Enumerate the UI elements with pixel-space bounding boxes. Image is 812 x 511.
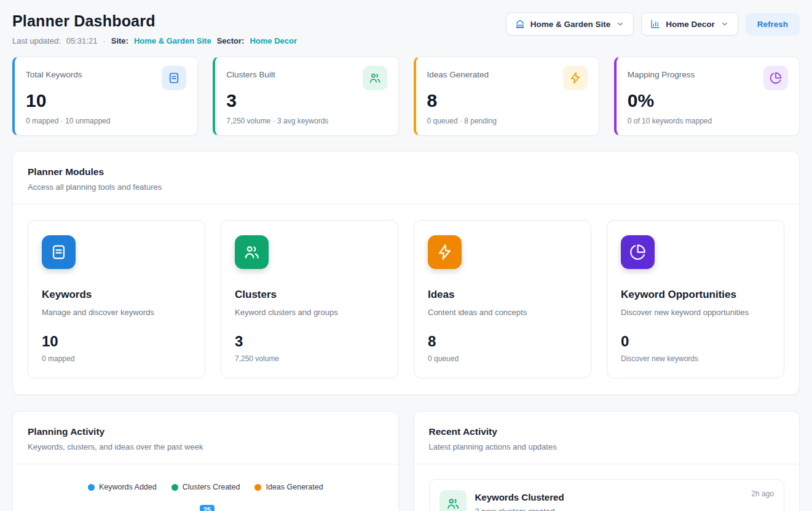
stat-card-mapping-progress: Mapping Progress 0% 0 of 10 keywords map…	[614, 57, 800, 136]
last-updated-label: Last updated:	[12, 36, 61, 45]
page-title: Planner Dashboard	[12, 12, 297, 30]
legend-item-clusters-created: Clusters Created	[171, 483, 240, 491]
bottom-row: Planning Activity Keywords, clusters, an…	[12, 411, 800, 511]
section-title: Planner Modules	[28, 166, 784, 177]
recent-activity-list: Keywords Clustered 3 new clusters create…	[414, 464, 800, 511]
activity-item-timestamp: 2h ago	[751, 490, 774, 498]
section-subtitle: Access all planning tools and features	[28, 182, 784, 192]
section-subtitle: Keywords, clusters, and ideas over the p…	[28, 442, 384, 451]
recent-activity-panel: Recent Activity Latest planning actions …	[414, 411, 800, 511]
building-icon	[515, 19, 525, 29]
pie-chart-icon	[763, 66, 788, 90]
keywords-added-area-series	[50, 505, 386, 511]
chevron-down-icon	[720, 20, 729, 28]
section-subtitle: Latest planning actions and updates	[429, 442, 785, 451]
sector-selector-dropdown[interactable]: Home Decor	[641, 12, 738, 36]
module-value: 8	[428, 333, 577, 350]
planning-activity-chart: 25 25 24	[22, 501, 387, 511]
users-icon	[363, 66, 387, 90]
module-card-ideas[interactable]: Ideas Content ideas and concepts 8 0 que…	[414, 220, 591, 378]
module-title: Ideas	[428, 289, 577, 301]
planner-modules-header: Planner Modules Access all planning tool…	[13, 152, 799, 205]
stat-card-clusters-built: Clusters Built 3 7,250 volume · 3 avg ke…	[213, 57, 398, 136]
stats-row: Total Keywords 10 0 mapped · 10 unmapped…	[12, 57, 800, 136]
stat-label: Clusters Built	[226, 66, 275, 79]
refresh-button[interactable]: Refresh	[746, 13, 800, 36]
planner-modules-section: Planner Modules Access all planning tool…	[12, 151, 800, 395]
module-value: 10	[42, 333, 191, 350]
stat-value: 8	[427, 90, 588, 111]
module-value: 3	[235, 333, 384, 350]
activity-item-description: 3 new clusters created	[475, 507, 564, 511]
module-subtext: 0 queued	[428, 354, 577, 363]
bolt-icon	[428, 235, 462, 269]
planning-activity-header: Planning Activity Keywords, clusters, an…	[13, 412, 398, 464]
modules-grid: Keywords Manage and discover keywords 10…	[13, 205, 799, 394]
module-description: Manage and discover keywords	[42, 308, 191, 317]
stat-subtext: 0 mapped · 10 unmapped	[26, 117, 186, 125]
module-description: Discover new keyword opportunities	[621, 308, 770, 317]
header-left: Planner Dashboard Last updated: 05:31:21…	[12, 12, 297, 45]
document-icon	[162, 66, 186, 90]
module-card-keyword-opportunities[interactable]: Keyword Opportunities Discover new keywo…	[607, 220, 784, 378]
header-controls: Home & Garden Site Home Decor Refresh	[506, 12, 800, 36]
stat-label: Total Keywords	[26, 66, 82, 79]
activity-item-text: Keywords Clustered 3 new clusters create…	[475, 490, 564, 511]
legend-dot-icon	[254, 484, 261, 491]
planner-dashboard-page: Planner Dashboard Last updated: 05:31:21…	[0, 0, 812, 511]
users-icon	[235, 235, 269, 269]
stat-subtext: 7,250 volume · 3 avg keywords	[226, 117, 387, 125]
module-card-keywords[interactable]: Keywords Manage and discover keywords 10…	[28, 220, 205, 378]
stat-card-total-keywords: Total Keywords 10 0 mapped · 10 unmapped	[12, 57, 198, 136]
stat-card-ideas-generated: Ideas Generated 8 0 queued · 8 pending	[414, 57, 599, 136]
legend-label: Ideas Generated	[266, 483, 323, 491]
page-header: Planner Dashboard Last updated: 05:31:21…	[12, 12, 800, 45]
meta-separator: ·	[103, 36, 105, 45]
module-subtext: 0 mapped	[42, 354, 191, 363]
pie-chart-icon	[621, 235, 655, 269]
module-title: Clusters	[235, 289, 384, 301]
section-title: Planning Activity	[28, 426, 384, 437]
legend-dot-icon	[88, 484, 95, 491]
module-title: Keywords	[42, 289, 191, 301]
legend-item-ideas-generated: Ideas Generated	[254, 483, 323, 491]
section-title: Recent Activity	[429, 426, 785, 437]
bolt-icon	[563, 66, 588, 90]
site-label: Site:	[111, 36, 128, 45]
module-description: Keyword clusters and groups	[235, 308, 384, 317]
document-icon	[42, 235, 76, 269]
sector-label: Sector:	[217, 36, 245, 45]
header-meta: Last updated: 05:31:21 · Site: Home & Ga…	[12, 36, 297, 45]
legend-dot-icon	[171, 484, 178, 491]
stat-label: Mapping Progress	[628, 66, 695, 79]
site-selector-label: Home & Garden Site	[530, 20, 611, 29]
planning-activity-panel: Planning Activity Keywords, clusters, an…	[12, 411, 399, 511]
chart-legend: Keywords Added Clusters Created Ideas Ge…	[13, 464, 398, 496]
module-card-clusters[interactable]: Clusters Keyword clusters and groups 3 7…	[221, 220, 398, 378]
sector-link[interactable]: Home Decor	[250, 36, 297, 45]
site-selector-dropdown[interactable]: Home & Garden Site	[506, 12, 634, 36]
module-description: Content ideas and concepts	[428, 308, 577, 317]
stat-subtext: 0 of 10 keywords mapped	[628, 117, 788, 125]
stat-value: 10	[26, 90, 186, 111]
recent-activity-header: Recent Activity Latest planning actions …	[414, 412, 800, 464]
users-icon	[440, 490, 467, 511]
last-updated-value: 05:31:21	[66, 36, 98, 45]
stat-subtext: 0 queued · 8 pending	[427, 117, 588, 125]
activity-item-title: Keywords Clustered	[475, 490, 564, 502]
legend-label: Keywords Added	[99, 483, 157, 491]
legend-item-keywords-added: Keywords Added	[88, 483, 157, 491]
site-link[interactable]: Home & Garden Site	[134, 36, 211, 45]
module-title: Keyword Opportunities	[621, 289, 770, 301]
stat-value: 3	[226, 90, 387, 111]
module-subtext: 7,250 volume	[235, 354, 384, 363]
stat-value: 0%	[628, 90, 788, 111]
stat-label: Ideas Generated	[427, 66, 489, 79]
activity-item-keywords-clustered: Keywords Clustered 3 new clusters create…	[429, 479, 785, 511]
bar-chart-icon	[650, 19, 660, 29]
sector-selector-label: Home Decor	[666, 20, 715, 29]
module-subtext: Discover new keywords	[621, 354, 770, 363]
legend-label: Clusters Created	[183, 483, 240, 491]
data-point-label: 25	[200, 505, 215, 511]
chevron-down-icon	[616, 20, 625, 28]
